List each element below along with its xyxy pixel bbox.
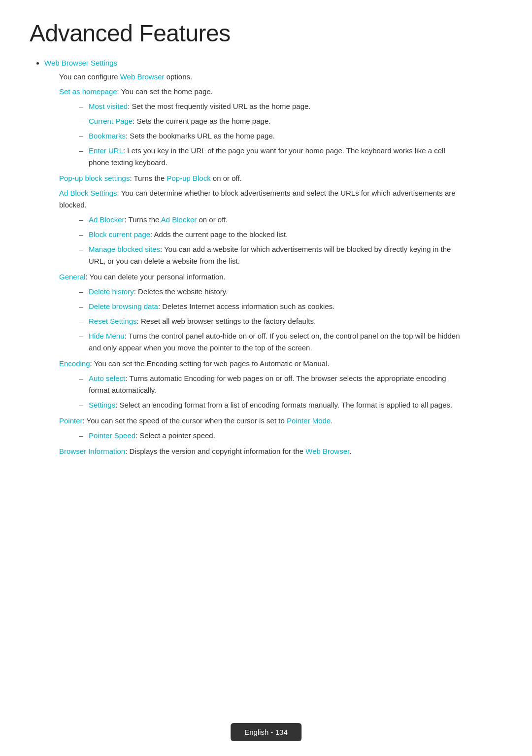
list-item-most-visited: Most visited: Set the most frequently vi… <box>79 101 463 112</box>
link-web-browser-settings[interactable]: Web Browser Settings <box>44 59 117 67</box>
link-delete-browsing-data[interactable]: Delete browsing data <box>89 302 158 310</box>
list-item-manage-blocked: Manage blocked sites: You can add a webs… <box>79 243 463 267</box>
link-web-browser-end[interactable]: Web Browser <box>305 447 349 455</box>
list-item-enter-url: Enter URL: Lets you key in the URL of th… <box>79 145 463 169</box>
link-most-visited[interactable]: Most visited <box>89 102 128 110</box>
list-item-bookmarks: Bookmarks: Sets the bookmarks URL as the… <box>79 130 463 142</box>
browser-info-section: Browser Information: Displays the versio… <box>59 446 463 457</box>
link-popup-block-settings[interactable]: Pop-up block settings <box>59 174 130 182</box>
link-block-current-page[interactable]: Block current page <box>89 230 150 239</box>
link-pointer-speed[interactable]: Pointer Speed <box>89 431 135 440</box>
page-number-badge: English - 134 <box>231 723 301 741</box>
list-item-ad-blocker: Ad Blocker: Turns the Ad Blocker on or o… <box>79 214 463 226</box>
link-popup-block[interactable]: Pop-up Block <box>166 174 210 182</box>
page-title: Advanced Features <box>30 20 463 47</box>
link-hide-menu[interactable]: Hide Menu <box>89 332 125 340</box>
list-item-delete-history: Delete history: Deletes the website hist… <box>79 286 463 298</box>
link-current-page[interactable]: Current Page <box>89 117 133 125</box>
link-encoding[interactable]: Encoding <box>59 359 90 368</box>
list-item-hide-menu: Hide Menu: Turns the control panel auto-… <box>79 330 463 354</box>
link-reset-settings[interactable]: Reset Settings <box>89 317 137 325</box>
link-bookmarks[interactable]: Bookmarks <box>89 132 126 140</box>
link-set-homepage[interactable]: Set as homepage <box>59 87 117 96</box>
link-general[interactable]: General <box>59 273 85 281</box>
list-item-current-page: Current Page: Sets the current page as t… <box>79 115 463 127</box>
pointer-section: Pointer: You can set the speed of the cu… <box>59 415 463 427</box>
list-item-auto-select: Auto select: Turns automatic Encoding fo… <box>79 373 463 396</box>
encoding-section: Encoding: You can set the Encoding setti… <box>59 358 463 370</box>
popup-section: Pop-up block settings: Turns the Pop-up … <box>59 172 463 184</box>
ad-block-section: Ad Block Settings: You can determine whe… <box>59 187 463 211</box>
link-pointer[interactable]: Pointer <box>59 416 83 425</box>
link-ad-block-settings[interactable]: Ad Block Settings <box>59 189 117 197</box>
general-section: General: You can delete your personal in… <box>59 271 463 283</box>
list-item-reset-settings: Reset Settings: Reset all web browser se… <box>79 315 463 327</box>
list-item-pointer-speed: Pointer Speed: Select a pointer speed. <box>79 430 463 442</box>
link-delete-history[interactable]: Delete history <box>89 287 134 296</box>
list-item-settings: Settings: Select an encoding format from… <box>79 399 463 411</box>
list-item-block-current-page: Block current page: Adds the current pag… <box>79 229 463 241</box>
set-homepage-section: Set as homepage: You can set the home pa… <box>59 86 463 98</box>
configure-text: You can configure Web Browser options. <box>59 71 463 83</box>
list-item-delete-browsing: Delete browsing data: Deletes Internet a… <box>79 301 463 312</box>
link-browser-information[interactable]: Browser Information <box>59 447 125 455</box>
link-pointer-mode[interactable]: Pointer Mode <box>287 416 331 425</box>
link-enter-url[interactable]: Enter URL <box>89 146 123 155</box>
link-ad-blocker2[interactable]: Ad Blocker <box>161 215 197 224</box>
link-settings[interactable]: Settings <box>89 401 115 409</box>
link-auto-select[interactable]: Auto select <box>89 374 125 382</box>
link-ad-blocker[interactable]: Ad Blocker <box>89 215 125 224</box>
link-web-browser-inline[interactable]: Web Browser <box>120 72 165 81</box>
link-manage-blocked-sites[interactable]: Manage blocked sites <box>89 245 160 253</box>
